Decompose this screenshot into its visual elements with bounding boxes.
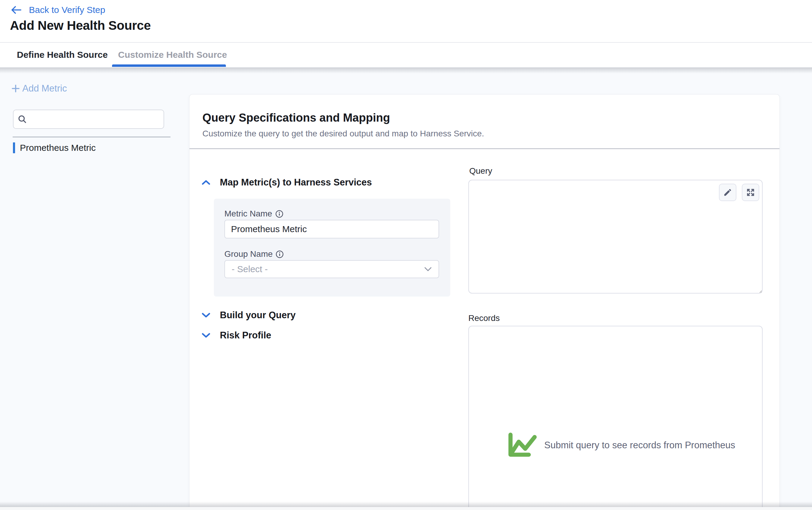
query-specifications-panel: Query Specifications and Mapping Customi… <box>190 94 780 510</box>
page-title: Add New Health Source <box>10 18 151 33</box>
page-header: Back to Verify Step Add New Health Sourc… <box>0 0 812 42</box>
metric-item-label: Prometheus Metric <box>20 143 96 153</box>
section-title-build-query: Build your Query <box>220 310 295 321</box>
panel-subheading: Customize the query to get the desired o… <box>202 129 484 139</box>
add-metric-button[interactable]: Add Metric <box>11 83 67 94</box>
records-empty-state: Submit query to see records from Prometh… <box>507 432 735 458</box>
metric-search-box <box>13 110 164 129</box>
records-label: Records <box>468 313 500 323</box>
chevron-down-icon <box>424 267 432 272</box>
plus-icon <box>11 84 20 93</box>
line-chart-icon <box>507 432 539 458</box>
info-icon[interactable] <box>275 210 283 218</box>
group-name-select[interactable]: - Select - <box>224 260 439 278</box>
section-toggle-risk-profile[interactable]: Risk Profile <box>202 329 271 341</box>
tabbar-shadow <box>0 67 812 73</box>
expand-query-button[interactable] <box>742 184 759 201</box>
records-empty-message: Submit query to see records from Prometh… <box>544 440 735 451</box>
group-name-placeholder: - Select - <box>232 264 268 274</box>
panel-heading: Query Specifications and Mapping <box>202 111 390 124</box>
sidebar-divider <box>13 137 171 137</box>
maximize-icon <box>746 188 755 197</box>
active-tab-underline <box>112 64 226 67</box>
metric-name-label: Metric Name <box>224 209 272 218</box>
records-panel: Submit query to see records from Prometh… <box>468 326 763 510</box>
search-icon <box>18 115 27 124</box>
selected-indicator-bar <box>13 142 15 153</box>
chevron-down-icon <box>202 333 210 338</box>
group-name-label-row: Group Name <box>224 249 284 259</box>
back-link-label: Back to Verify Step <box>29 5 105 15</box>
chevron-down-icon <box>202 312 210 318</box>
arrow-left-icon <box>11 6 22 14</box>
add-health-source-page: Back to Verify Step Add New Health Sourc… <box>0 0 812 510</box>
section-toggle-map-metrics[interactable]: Map Metric(s) to Harness Services <box>202 176 372 188</box>
panel-divider <box>190 148 780 149</box>
section-toggle-build-query[interactable]: Build your Query <box>202 309 295 321</box>
group-name-label: Group Name <box>224 249 272 259</box>
metric-search-input[interactable] <box>30 110 164 128</box>
chevron-up-icon <box>202 180 210 185</box>
metric-name-label-row: Metric Name <box>224 209 283 218</box>
info-icon[interactable] <box>276 250 284 258</box>
sidebar-item-prometheus-metric[interactable]: Prometheus Metric <box>13 142 96 153</box>
add-metric-label: Add Metric <box>22 83 67 94</box>
section-title-risk-profile: Risk Profile <box>220 330 271 341</box>
tab-customize-health-source[interactable]: Customize Health Source <box>118 43 227 67</box>
footer-strip <box>0 507 812 510</box>
tab-define-health-source[interactable]: Define Health Source <box>17 43 108 67</box>
query-textarea[interactable] <box>468 180 763 294</box>
query-label: Query <box>469 166 492 176</box>
edit-query-button[interactable] <box>719 184 736 201</box>
back-to-verify-step-link[interactable]: Back to Verify Step <box>11 3 105 17</box>
pencil-icon <box>723 188 732 197</box>
map-metrics-card: Metric Name Group Name - Select - <box>214 199 450 297</box>
health-source-tabbar: Define Health Source Customize Health So… <box>0 42 812 67</box>
query-editor <box>468 180 763 294</box>
section-title-map-metrics: Map Metric(s) to Harness Services <box>220 177 372 188</box>
metric-name-input[interactable] <box>224 220 439 238</box>
